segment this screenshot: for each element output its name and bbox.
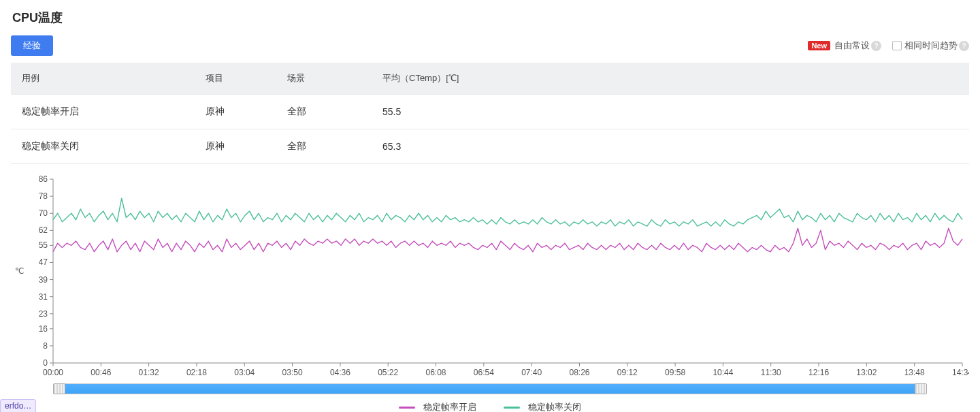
legend-item-series-0[interactable]: 稳定帧率开启 [399,401,476,412]
svg-text:13:02: 13:02 [856,368,877,377]
page-title: CPU温度 [12,10,969,26]
legend-label: 稳定帧率开启 [423,402,476,412]
cell-avg: 65.3 [372,129,969,164]
svg-text:16: 16 [39,324,48,334]
svg-text:01:32: 01:32 [139,368,159,377]
free-setting-label: 自由常设 [834,39,870,52]
y-axis-unit: ℃ [15,266,24,276]
svg-text:62: 62 [39,225,48,235]
legend-swatch [399,407,415,409]
slider-handle-left[interactable] [53,383,65,394]
summary-table: 用例 项目 场景 平均（CTemp）[℃] 稳定帧率开启 原神 全部 55.5 … [11,63,969,164]
th-project: 项目 [195,63,276,95]
chart-legend: 稳定帧率开启 稳定帧率关闭 [11,401,969,412]
svg-text:09:12: 09:12 [617,368,638,377]
cell-project: 原神 [195,129,276,164]
svg-text:08:26: 08:26 [569,368,589,377]
svg-text:03:04: 03:04 [234,368,255,377]
cell-scene: 全部 [276,129,372,164]
new-badge: New [808,41,830,50]
svg-text:10:44: 10:44 [713,368,733,377]
cpu-temp-line-chart[interactable]: 867870625547393123168000:0000:4601:3202:… [11,175,969,379]
table-row[interactable]: 稳定帧率开启 原神 全部 55.5 [11,95,969,129]
svg-text:70: 70 [39,208,48,218]
svg-text:09:58: 09:58 [665,368,685,377]
legend-item-series-1[interactable]: 稳定帧率关闭 [504,401,581,412]
th-scene: 场景 [276,63,372,95]
svg-text:14:34: 14:34 [952,368,969,377]
svg-text:86: 86 [39,175,48,184]
legend-label: 稳定帧率关闭 [528,402,581,412]
trend-checkbox[interactable] [892,41,902,50]
cell-case: 稳定帧率关闭 [11,129,195,164]
svg-text:04:36: 04:36 [330,368,350,377]
free-setting-option[interactable]: New 自由常设 ? [808,39,881,52]
svg-text:06:08: 06:08 [426,368,446,377]
svg-text:03:50: 03:50 [282,368,303,377]
table-header-row: 用例 项目 场景 平均（CTemp）[℃] [11,63,969,95]
experience-button[interactable]: 经验 [11,35,53,56]
help-icon[interactable]: ? [959,41,969,51]
svg-text:02:18: 02:18 [186,368,207,377]
same-time-trend-option[interactable]: 相同时间趋势 ? [892,39,969,52]
chart-area: ℃ 867870625547393123168000:0000:4601:320… [11,175,969,412]
cell-scene: 全部 [276,95,372,129]
svg-text:05:22: 05:22 [378,368,398,377]
cell-project: 原神 [195,95,276,129]
svg-text:00:46: 00:46 [91,368,111,377]
trend-label: 相同时间趋势 [904,39,958,52]
svg-text:55: 55 [39,240,48,250]
svg-text:39: 39 [39,275,48,285]
footer-tag[interactable]: erfdo… [0,399,36,412]
svg-text:78: 78 [39,191,48,201]
svg-text:07:40: 07:40 [521,368,542,377]
time-range-slider[interactable] [53,383,927,394]
legend-swatch [504,407,520,409]
svg-text:12:16: 12:16 [808,368,829,377]
svg-text:06:54: 06:54 [474,368,494,377]
toolbar-right: New 自由常设 ? 相同时间趋势 ? [808,39,969,52]
toolbar: 经验 New 自由常设 ? 相同时间趋势 ? [11,35,969,56]
cell-avg: 55.5 [372,95,969,129]
slider-handle-right[interactable] [915,383,927,394]
svg-text:8: 8 [43,341,48,351]
cell-case: 稳定帧率开启 [11,95,195,129]
svg-text:31: 31 [39,292,48,302]
th-avg: 平均（CTemp）[℃] [372,63,969,95]
svg-text:13:48: 13:48 [904,368,925,377]
help-icon[interactable]: ? [871,41,881,51]
svg-text:0: 0 [43,358,48,368]
svg-text:23: 23 [39,309,48,319]
table-row[interactable]: 稳定帧率关闭 原神 全部 65.3 [11,129,969,164]
svg-text:11:30: 11:30 [761,368,781,377]
svg-text:47: 47 [39,257,48,267]
th-case: 用例 [11,63,195,95]
svg-text:00:00: 00:00 [43,368,63,377]
